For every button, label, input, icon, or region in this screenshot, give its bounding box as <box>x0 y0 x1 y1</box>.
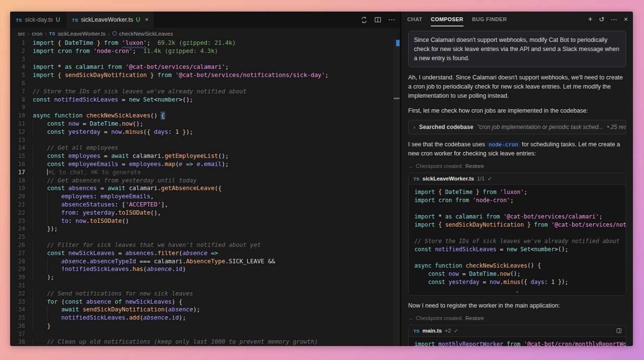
tab-chat[interactable]: CHAT <box>407 12 422 26</box>
editor-line[interactable]: 1import { DateTime } from 'luxon'; 69.2k… <box>10 39 400 47</box>
editor-line[interactable]: 23 to: now.toISODate() <box>10 217 400 225</box>
inline-hint-text: ⌘L to chat, ⌘K to generate <box>48 169 141 176</box>
editor-line[interactable]: 5import { sendSickDayNotification } from… <box>10 71 400 79</box>
code-block-line: const notifiedSickLeaves = new Set<numbe… <box>414 245 620 254</box>
typescript-file-icon: TS <box>16 17 22 23</box>
searched-codebase-row[interactable]: › Searched codebase "cron job implementa… <box>408 120 626 134</box>
tab-sickleaveworker[interactable]: TS sickLeaveWorker.ts U × <box>66 12 155 28</box>
editor-line[interactable]: 11 const now = DateTime.now(); <box>10 120 400 128</box>
restore-checkpoint-button[interactable]: Restore <box>465 163 484 169</box>
new-chat-icon[interactable]: + <box>588 15 592 23</box>
editor-line[interactable]: 36 } <box>10 322 400 330</box>
typescript-file-icon: TS <box>49 31 55 36</box>
text-cursor <box>47 169 48 175</box>
editor-line[interactable]: 37 <box>10 330 400 338</box>
breadcrumb-separator: › <box>45 31 47 37</box>
tab-sick-day[interactable]: TS sick-day.ts U <box>10 12 66 28</box>
typescript-file-icon: TS <box>72 17 78 23</box>
code-block-header[interactable]: TS sickLeaveWorker.ts 1/1 ✓ <box>409 173 626 185</box>
editor-line[interactable]: 30 ); <box>10 273 400 282</box>
editor-line[interactable]: 38 // Clean up old notifications (keep o… <box>10 338 400 346</box>
editor-line[interactable]: 24 }); <box>10 225 400 233</box>
tab-bug-finder[interactable]: BUG FINDER <box>472 12 507 26</box>
more-options-icon[interactable]: ⋯ <box>611 16 618 23</box>
typescript-file-icon: TS <box>413 176 420 181</box>
arrow-right-icon: → <box>408 315 413 321</box>
editor-line[interactable]: 31 <box>10 282 400 290</box>
assistant-paragraph: Now I need to register the worker in the… <box>408 301 626 310</box>
editor-line[interactable]: 20 employees: employeeEmails, <box>10 193 400 201</box>
breadcrumb[interactable]: src › cron › TS sickLeaveWorker.ts › ⬡ c… <box>10 28 400 39</box>
conversation-scroll[interactable]: Since Calamari doesn't support webhooks,… <box>401 27 633 346</box>
editor-line[interactable]: 12 const yesterday = now.minus({ days: 1… <box>10 128 400 136</box>
breadcrumb-separator: › <box>108 31 110 37</box>
editor-line[interactable]: 28 absence.absenceTypeId === calamari.Ab… <box>10 257 400 266</box>
editor-line[interactable]: 15 const employees = await calamari.getE… <box>10 152 400 160</box>
split-editor-icon[interactable] <box>374 16 381 23</box>
editor-line[interactable]: 13 <box>10 136 400 144</box>
symbol-method-icon: ⬡ <box>112 30 117 37</box>
editor-toolbar: ⋯ <box>361 12 395 28</box>
diff-progress-badge: 1/1 <box>477 176 485 181</box>
editor-line[interactable]: 3 <box>10 55 400 64</box>
code-block-line: import monthlyReportWorker from '@cat-bo… <box>414 340 620 346</box>
editor-line[interactable]: 16 const employeeEmails = employees.map(… <box>10 160 400 168</box>
code-block-line: const yesterday = now.minus({ days: 1 })… <box>414 278 620 286</box>
more-actions-icon[interactable]: ⋯ <box>388 15 395 24</box>
editor-line[interactable]: 21 absenceStatuses: ['ACCEPTED'], <box>10 201 400 209</box>
editor-scrollbar[interactable] <box>393 39 400 346</box>
editor-line[interactable]: 10async function checkNewSickLeaves() { <box>10 112 400 120</box>
user-message: Since Calamari doesn't support webhooks,… <box>408 31 626 67</box>
editor-line[interactable]: 29 !notifiedSickLeaves.has(absence.id) <box>10 265 400 273</box>
restore-checkpoint-button[interactable]: Restore <box>465 315 484 321</box>
expand-code-icon[interactable]: ⌄ <box>409 288 626 295</box>
close-panel-icon[interactable]: ✕ <box>624 17 628 22</box>
breadcrumb-item[interactable]: src <box>18 31 25 37</box>
editor-line[interactable]: 25 <box>10 233 400 241</box>
code-block-line: import { sendSickDayNotification } from … <box>414 221 620 229</box>
code-block-line: // Store the IDs of sick leaves we've al… <box>414 237 620 245</box>
editor-line[interactable]: 2import cron from 'node-cron'; 11.4k (gz… <box>10 47 400 55</box>
editor-line[interactable]: 6 <box>10 79 400 88</box>
tab-label: sickLeaveWorker.ts <box>81 16 133 23</box>
breadcrumb-symbol[interactable]: checkNewSickLeaves <box>119 31 173 37</box>
breadcrumb-item[interactable]: cron <box>32 31 42 37</box>
editor-line[interactable]: 34 await sendSickDayNotification(absence… <box>10 306 400 314</box>
code-block-line: const now = DateTime.now(); <box>414 270 620 278</box>
inline-code-node-cron: node-cron <box>487 141 520 148</box>
code-editor[interactable]: 1import { DateTime } from 'luxon'; 69.2k… <box>10 39 400 346</box>
chevron-right-icon: › <box>413 124 415 130</box>
open-changes-icon[interactable] <box>361 16 368 24</box>
overview-modified-marker <box>396 40 399 46</box>
code-block-line <box>414 205 620 213</box>
editor-line[interactable]: 17 ⌘L to chat, ⌘K to generate <box>10 168 400 177</box>
tab-composer[interactable]: COMPOSER <box>431 12 463 26</box>
editor-line[interactable]: 35 notifiedSickLeaves.add(absence.id); <box>10 314 400 322</box>
editor-line[interactable]: 32 // Send notifications for new sick le… <box>10 290 400 298</box>
editor-tab-bar: TS sick-day.ts U TS sickLeaveWorker.ts U… <box>10 12 400 28</box>
history-icon[interactable]: ↺ <box>599 16 605 23</box>
editor-line[interactable]: 9 <box>10 103 400 112</box>
close-tab-icon[interactable]: × <box>145 16 148 23</box>
editor-line[interactable]: 19 const absences = await calamari.getAb… <box>10 184 400 193</box>
breadcrumb-file[interactable]: sickLeaveWorker.ts <box>58 31 106 37</box>
open-diff-icon[interactable] <box>616 328 622 334</box>
editor-line[interactable]: 4import * as calamari from '@cat-bot/ser… <box>10 63 400 71</box>
code-block-header[interactable]: TS main.ts +2 ✓ <box>409 325 626 337</box>
code-block-line: import cron from 'node-cron'; <box>414 196 620 205</box>
checkpoint-row: → Checkpoint created. Restore <box>408 315 626 321</box>
editor-line[interactable]: 8const notifiedSickLeaves = new Set<numb… <box>10 96 400 104</box>
editor-line[interactable]: 18 // Get absences from yesterday until … <box>10 177 400 185</box>
editor-line[interactable]: 7// Store the IDs of sick leaves we've a… <box>10 88 400 96</box>
app-window: TS sick-day.ts U TS sickLeaveWorker.ts U… <box>10 12 633 346</box>
arrow-right-icon: → <box>408 163 413 169</box>
assistant-paragraph: I see that the codebase uses node-cron f… <box>408 140 626 158</box>
editor-line[interactable]: 14 // Get all employees <box>10 144 400 152</box>
editor-line[interactable]: 33 for (const absence of newSickLeaves) … <box>10 298 400 306</box>
editor-line[interactable]: 26 // Filter for sick leaves that we hav… <box>10 241 400 249</box>
applied-check-icon: ✓ <box>488 176 492 182</box>
editor-line[interactable]: 27 const newSickLeaves = absences.filter… <box>10 249 400 257</box>
tab-label: sick-day.ts <box>25 16 53 23</box>
typescript-file-icon: TS <box>413 328 420 334</box>
editor-line[interactable]: 22 from: yesterday.toISODate(), <box>10 209 400 217</box>
